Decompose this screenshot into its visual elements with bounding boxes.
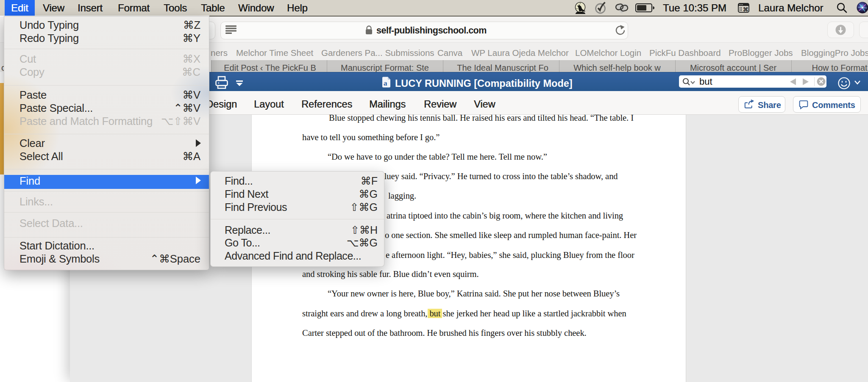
svg-text:⌘: ⌘ (743, 6, 748, 13)
svg-text:a: a (384, 79, 387, 87)
